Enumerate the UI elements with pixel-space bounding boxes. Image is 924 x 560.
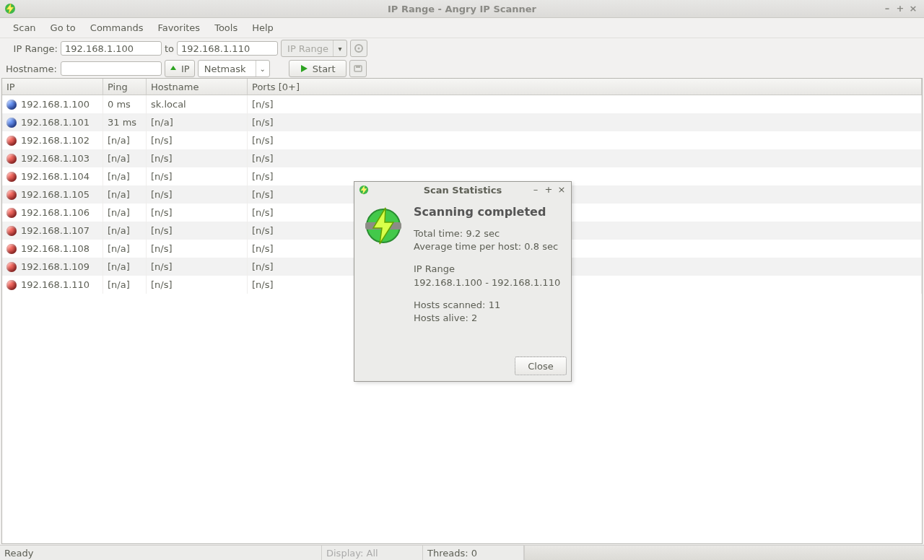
feeder-dropdown-label: IP Range <box>287 43 328 54</box>
ip-up-button[interactable]: IP <box>165 60 195 77</box>
dialog-icon <box>362 205 405 356</box>
gear-icon <box>354 43 364 53</box>
cell-ports: [n/s] <box>248 95 922 113</box>
cell-ip: 192.168.1.100 <box>21 99 90 110</box>
favorites-button[interactable] <box>350 40 367 57</box>
cell-ip: 192.168.1.110 <box>21 279 90 290</box>
netmask-combo[interactable]: Netmask ⌄ <box>198 60 270 77</box>
window-title: IP Range - Angry IP Scanner <box>0 4 924 14</box>
arrow-up-icon <box>170 65 177 72</box>
ip-range-label: IP Range: <box>6 43 58 54</box>
lightning-icon <box>362 205 404 247</box>
cell-hostname: [n/s] <box>147 204 248 222</box>
status-threads: Threads: 0 <box>423 546 524 560</box>
table-row[interactable]: 192.168.1.103[n/a][n/s][n/s] <box>2 149 922 167</box>
cell-hostname: [n/s] <box>147 167 248 185</box>
svg-marker-4 <box>170 66 176 70</box>
dialog-maximize-button[interactable]: + <box>542 184 555 195</box>
hostname-label: Hostname: <box>6 64 58 74</box>
cell-ports: [n/s] <box>248 276 922 294</box>
menu-favorites[interactable]: Favorites <box>150 19 207 36</box>
cell-ip: 192.168.1.101 <box>21 117 90 128</box>
window-minimize-button[interactable]: – <box>881 3 894 14</box>
cell-ports: [n/s] <box>248 240 922 258</box>
dialog-range: 192.168.1.100 - 192.168.1.110 <box>414 276 560 289</box>
cell-ping: [n/a] <box>103 240 147 258</box>
chevron-down-icon: ▾ <box>333 40 346 56</box>
cell-hostname: [n/s] <box>147 131 248 149</box>
cell-ping: [n/a] <box>103 276 147 294</box>
status-dot-icon <box>6 262 17 272</box>
play-icon <box>300 64 308 73</box>
menu-commands[interactable]: Commands <box>83 19 151 36</box>
table-row[interactable]: 192.168.1.1000 mssk.local[n/s] <box>2 95 922 113</box>
save-icon <box>353 64 363 74</box>
svg-marker-5 <box>301 65 308 72</box>
status-dot-icon <box>6 118 17 128</box>
menu-goto[interactable]: Go to <box>43 19 83 36</box>
dialog-close-action-button[interactable]: Close <box>515 356 567 375</box>
ip-to-input[interactable] <box>177 41 278 56</box>
status-dot-icon <box>6 208 17 218</box>
cell-ports: [n/s] <box>248 204 922 222</box>
menu-tools[interactable]: Tools <box>207 19 245 36</box>
start-button[interactable]: Start <box>289 60 346 77</box>
cell-hostname: [n/a] <box>147 113 248 131</box>
table-row[interactable]: 192.168.1.102[n/a][n/s][n/s] <box>2 131 922 149</box>
column-header-hostname[interactable]: Hostname <box>147 79 248 95</box>
column-header-ports[interactable]: Ports [0+] <box>248 79 922 95</box>
cell-ports: [n/s] <box>248 167 922 185</box>
statusbar: Ready Display: All Threads: 0 <box>0 545 924 560</box>
dialog-minimize-button[interactable]: – <box>529 184 542 195</box>
cell-hostname: [n/s] <box>147 240 248 258</box>
hostname-input[interactable] <box>61 61 162 76</box>
cell-ip: 192.168.1.104 <box>21 171 90 182</box>
cell-hostname: [n/s] <box>147 276 248 294</box>
toolbar-row-1: IP Range: to IP Range ▾ <box>0 38 924 58</box>
window-close-button[interactable]: × <box>907 3 920 14</box>
cell-ping: 31 ms <box>103 113 147 131</box>
dialog-range-label: IP Range <box>414 263 560 276</box>
cell-ping: 0 ms <box>103 95 147 113</box>
cell-ping: [n/a] <box>103 222 147 240</box>
menu-scan[interactable]: Scan <box>6 19 43 36</box>
dialog-avg-time: Average time per host: 0.8 sec <box>414 240 560 253</box>
status-display: Display: All <box>322 546 423 560</box>
ip-up-label: IP <box>181 64 190 74</box>
cell-ports: [n/s] <box>248 222 922 240</box>
cell-ip: 192.168.1.103 <box>21 153 90 164</box>
table-row[interactable]: 192.168.1.10131 ms[n/a][n/s] <box>2 113 922 131</box>
column-header-ping[interactable]: Ping <box>103 79 147 95</box>
dialog-total-time: Total time: 9.2 sec <box>414 227 560 240</box>
dialog-scanned: Hosts scanned: 11 <box>414 299 560 312</box>
cell-ip: 192.168.1.102 <box>21 135 90 146</box>
status-dot-icon <box>6 190 17 200</box>
window-titlebar: IP Range - Angry IP Scanner – + × <box>0 0 924 18</box>
cell-ping: [n/a] <box>103 204 147 222</box>
svg-point-3 <box>358 48 360 50</box>
status-dot-icon <box>6 244 17 254</box>
status-dot-icon <box>6 136 17 146</box>
feeder-dropdown[interactable]: IP Range ▾ <box>281 40 347 57</box>
cell-hostname: [n/s] <box>147 258 248 276</box>
cell-ping: [n/a] <box>103 185 147 204</box>
cell-ping: [n/a] <box>103 131 147 149</box>
toolbar-row-2: Hostname: IP Netmask ⌄ Start <box>0 58 924 79</box>
cell-ping: [n/a] <box>103 167 147 185</box>
dialog-heading: Scanning completed <box>414 205 560 219</box>
status-dot-icon <box>6 154 17 164</box>
dialog-close-button[interactable]: × <box>555 184 568 195</box>
start-button-label: Start <box>313 64 336 74</box>
status-dot-icon <box>6 280 17 290</box>
column-header-ip[interactable]: IP <box>2 79 103 95</box>
ip-from-input[interactable] <box>61 41 162 56</box>
table-header: IP Ping Hostname Ports [0+] <box>2 79 922 95</box>
dialog-alive: Hosts alive: 2 <box>414 312 560 325</box>
menu-help[interactable]: Help <box>245 19 281 36</box>
cell-ip: 192.168.1.105 <box>21 189 90 200</box>
progress-bar <box>524 546 924 560</box>
window-maximize-button[interactable]: + <box>894 3 907 14</box>
menubar: Scan Go to Commands Favorites Tools Help <box>0 18 924 38</box>
dialog-titlebar: Scan Statistics – + × <box>354 182 571 198</box>
export-button[interactable] <box>349 60 367 77</box>
